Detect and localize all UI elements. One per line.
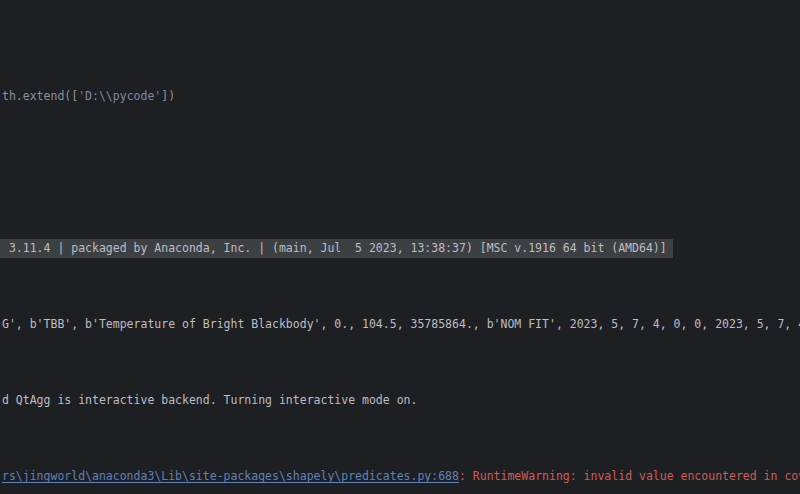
warning-line: rs\jingworld\anaconda3\Lib\site-packages… [2, 467, 800, 486]
python-version-line: 3.11.4 | packaged by Anaconda, Inc. | (m… [2, 239, 800, 258]
clipped-code-line: th.extend(['D:\\pycode']) [2, 87, 800, 106]
backend-status-line: d QtAgg is interactive backend. Turning … [2, 391, 800, 410]
console-lines: th.extend(['D:\\pycode']) 3.11.4 | packa… [0, 30, 800, 494]
warning-message: : RuntimeWarning: invalid value encounte… [459, 469, 800, 483]
hdf-data-line: G', b'TBB', b'Temperature of Bright Blac… [2, 315, 800, 334]
file-link[interactable]: rs\jingworld\anaconda3\Lib\site-packages… [2, 469, 459, 483]
python-console-output[interactable]: th.extend(['D:\\pycode']) 3.11.4 | packa… [0, 0, 800, 494]
code-fragment-suffix: ]) [161, 89, 175, 103]
python-version-banner: 3.11.4 | packaged by Anaconda, Inc. | (m… [0, 239, 673, 258]
code-fragment-prefix: th.extend([ [2, 89, 78, 103]
code-fragment-string: 'D:\\pycode' [78, 89, 161, 103]
blank-line [2, 163, 800, 182]
